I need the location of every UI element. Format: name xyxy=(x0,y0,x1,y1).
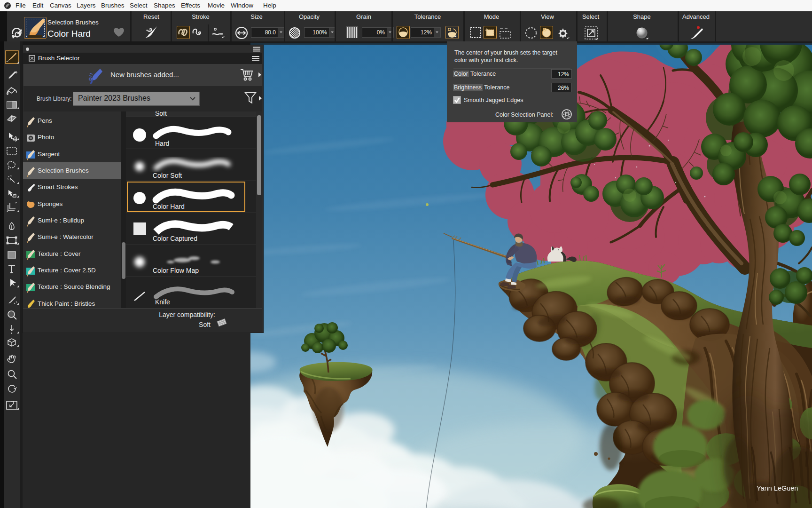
svg-text:Soft: Soft xyxy=(155,111,167,117)
svg-text:Sargent: Sargent xyxy=(38,151,60,158)
svg-text:Color Flow Map: Color Flow Map xyxy=(153,267,199,274)
svg-text:Sumi-e : Buildup: Sumi-e : Buildup xyxy=(38,217,84,224)
svg-text:Pens: Pens xyxy=(38,117,52,124)
svg-text:Hard: Hard xyxy=(155,140,169,147)
svg-text:Texture : Cover 2.5D: Texture : Cover 2.5D xyxy=(38,267,96,274)
svg-text:Texture : Cover: Texture : Cover xyxy=(38,250,81,257)
svg-text:Smart Strokes: Smart Strokes xyxy=(38,183,78,190)
svg-text:Color Hard: Color Hard xyxy=(153,203,185,210)
svg-text:Photo: Photo xyxy=(38,134,54,141)
svg-text:Texture : Source Blending: Texture : Source Blending xyxy=(38,283,110,290)
svg-text:Sponges: Sponges xyxy=(38,200,63,207)
svg-text:Selection Brushes: Selection Brushes xyxy=(38,167,89,174)
svg-text:Thick Paint : Bristles: Thick Paint : Bristles xyxy=(38,300,95,307)
svg-text:Color Soft: Color Soft xyxy=(153,172,182,179)
svg-text:Color Captured: Color Captured xyxy=(153,235,197,242)
svg-text:Sumi-e : Watercolor: Sumi-e : Watercolor xyxy=(38,233,94,240)
svg-text:Yann LeGuen: Yann LeGuen xyxy=(757,484,798,492)
svg-text:Knife: Knife xyxy=(155,298,170,306)
